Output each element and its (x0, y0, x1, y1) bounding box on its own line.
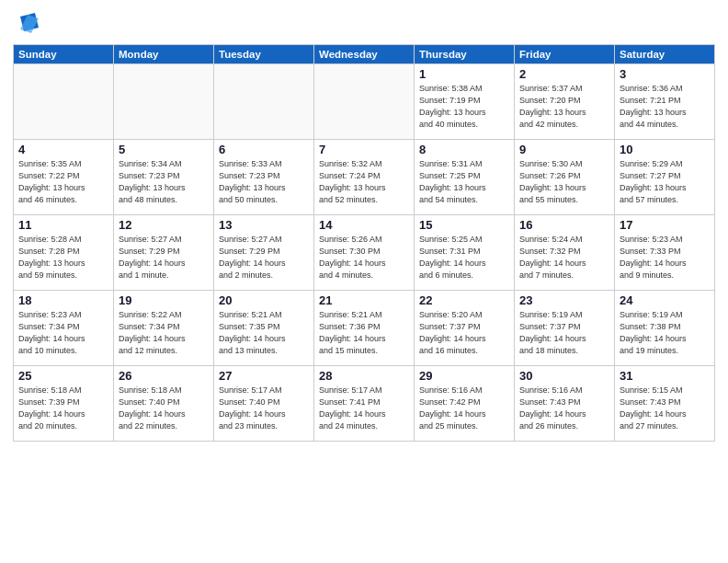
calendar-cell: 26Sunrise: 5:18 AM Sunset: 7:40 PM Dayli… (114, 366, 214, 442)
day-number: 25 (18, 369, 108, 383)
day-number: 21 (319, 293, 409, 307)
calendar-cell: 14Sunrise: 5:26 AM Sunset: 7:30 PM Dayli… (314, 215, 415, 291)
logo-icon (13, 9, 42, 39)
day-info: Sunrise: 5:17 AM Sunset: 7:41 PM Dayligh… (319, 385, 409, 432)
day-number: 2 (519, 67, 609, 81)
day-info: Sunrise: 5:30 AM Sunset: 7:26 PM Dayligh… (519, 158, 609, 206)
day-info: Sunrise: 5:24 AM Sunset: 7:32 PM Dayligh… (519, 234, 609, 282)
day-number: 14 (319, 218, 409, 232)
calendar-cell (314, 64, 415, 140)
day-number: 28 (319, 369, 409, 383)
calendar-cell: 23Sunrise: 5:19 AM Sunset: 7:37 PM Dayli… (515, 291, 615, 366)
calendar-cell: 12Sunrise: 5:27 AM Sunset: 7:29 PM Dayli… (114, 215, 214, 291)
logo (13, 9, 46, 39)
day-info: Sunrise: 5:17 AM Sunset: 7:40 PM Dayligh… (219, 385, 309, 432)
calendar-cell: 10Sunrise: 5:29 AM Sunset: 7:27 PM Dayli… (615, 140, 715, 215)
day-info: Sunrise: 5:16 AM Sunset: 7:42 PM Dayligh… (419, 385, 509, 432)
day-info: Sunrise: 5:21 AM Sunset: 7:35 PM Dayligh… (219, 309, 309, 357)
calendar-cell (214, 64, 314, 140)
calendar-week-row: 25Sunrise: 5:18 AM Sunset: 7:39 PM Dayli… (14, 366, 715, 442)
page: SundayMondayTuesdayWednesdayThursdayFrid… (0, 0, 728, 563)
calendar-cell: 21Sunrise: 5:21 AM Sunset: 7:36 PM Dayli… (314, 291, 415, 366)
calendar-cell: 2Sunrise: 5:37 AM Sunset: 7:20 PM Daylig… (515, 64, 615, 140)
day-info: Sunrise: 5:15 AM Sunset: 7:43 PM Dayligh… (620, 385, 710, 432)
day-number: 24 (620, 293, 710, 307)
day-info: Sunrise: 5:32 AM Sunset: 7:24 PM Dayligh… (319, 158, 409, 206)
day-info: Sunrise: 5:27 AM Sunset: 7:29 PM Dayligh… (119, 234, 209, 282)
day-number: 6 (219, 143, 309, 156)
day-info: Sunrise: 5:25 AM Sunset: 7:31 PM Dayligh… (419, 234, 509, 282)
day-number: 20 (219, 293, 309, 307)
weekday-header-monday: Monday (114, 45, 214, 64)
calendar-cell: 8Sunrise: 5:31 AM Sunset: 7:25 PM Daylig… (415, 140, 515, 215)
weekday-header-saturday: Saturday (615, 45, 715, 64)
calendar-cell: 15Sunrise: 5:25 AM Sunset: 7:31 PM Dayli… (415, 215, 515, 291)
weekday-header-thursday: Thursday (415, 45, 515, 64)
day-info: Sunrise: 5:18 AM Sunset: 7:39 PM Dayligh… (18, 385, 108, 432)
calendar-cell: 29Sunrise: 5:16 AM Sunset: 7:42 PM Dayli… (415, 366, 515, 442)
calendar-week-row: 4Sunrise: 5:35 AM Sunset: 7:22 PM Daylig… (14, 140, 715, 215)
calendar-cell: 24Sunrise: 5:19 AM Sunset: 7:38 PM Dayli… (615, 291, 715, 366)
header (13, 9, 715, 39)
weekday-header-sunday: Sunday (14, 45, 114, 64)
day-info: Sunrise: 5:37 AM Sunset: 7:20 PM Dayligh… (519, 83, 609, 131)
day-number: 12 (119, 218, 209, 232)
calendar-cell: 28Sunrise: 5:17 AM Sunset: 7:41 PM Dayli… (314, 366, 415, 442)
calendar-cell: 27Sunrise: 5:17 AM Sunset: 7:40 PM Dayli… (214, 366, 314, 442)
calendar-cell: 17Sunrise: 5:23 AM Sunset: 7:33 PM Dayli… (615, 215, 715, 291)
day-info: Sunrise: 5:35 AM Sunset: 7:22 PM Dayligh… (18, 158, 108, 206)
calendar-cell: 22Sunrise: 5:20 AM Sunset: 7:37 PM Dayli… (415, 291, 515, 366)
calendar-cell: 5Sunrise: 5:34 AM Sunset: 7:23 PM Daylig… (114, 140, 214, 215)
calendar-cell: 13Sunrise: 5:27 AM Sunset: 7:29 PM Dayli… (214, 215, 314, 291)
day-number: 7 (319, 143, 409, 156)
calendar-cell: 9Sunrise: 5:30 AM Sunset: 7:26 PM Daylig… (515, 140, 615, 215)
day-info: Sunrise: 5:34 AM Sunset: 7:23 PM Dayligh… (119, 158, 209, 206)
calendar-cell: 16Sunrise: 5:24 AM Sunset: 7:32 PM Dayli… (515, 215, 615, 291)
day-info: Sunrise: 5:27 AM Sunset: 7:29 PM Dayligh… (219, 234, 309, 282)
day-info: Sunrise: 5:23 AM Sunset: 7:33 PM Dayligh… (620, 234, 710, 282)
day-number: 4 (18, 143, 108, 156)
day-info: Sunrise: 5:33 AM Sunset: 7:23 PM Dayligh… (219, 158, 309, 206)
day-info: Sunrise: 5:16 AM Sunset: 7:43 PM Dayligh… (519, 385, 609, 432)
calendar-cell: 1Sunrise: 5:38 AM Sunset: 7:19 PM Daylig… (415, 64, 515, 140)
day-number: 26 (119, 369, 209, 383)
calendar-cell: 6Sunrise: 5:33 AM Sunset: 7:23 PM Daylig… (214, 140, 314, 215)
calendar-table: SundayMondayTuesdayWednesdayThursdayFrid… (13, 44, 715, 442)
calendar-cell (14, 64, 114, 140)
day-info: Sunrise: 5:36 AM Sunset: 7:21 PM Dayligh… (620, 83, 710, 131)
calendar-week-row: 11Sunrise: 5:28 AM Sunset: 7:28 PM Dayli… (14, 215, 715, 291)
weekday-header-wednesday: Wednesday (314, 45, 415, 64)
day-number: 31 (620, 369, 710, 383)
day-info: Sunrise: 5:28 AM Sunset: 7:28 PM Dayligh… (18, 234, 108, 282)
day-number: 1 (419, 67, 509, 81)
day-info: Sunrise: 5:22 AM Sunset: 7:34 PM Dayligh… (119, 309, 209, 357)
calendar-week-row: 1Sunrise: 5:38 AM Sunset: 7:19 PM Daylig… (14, 64, 715, 140)
day-number: 18 (18, 293, 108, 307)
day-number: 3 (620, 67, 710, 81)
day-info: Sunrise: 5:20 AM Sunset: 7:37 PM Dayligh… (419, 309, 509, 357)
day-number: 10 (620, 143, 710, 156)
day-info: Sunrise: 5:19 AM Sunset: 7:37 PM Dayligh… (519, 309, 609, 357)
calendar-cell: 3Sunrise: 5:36 AM Sunset: 7:21 PM Daylig… (615, 64, 715, 140)
day-info: Sunrise: 5:31 AM Sunset: 7:25 PM Dayligh… (419, 158, 509, 206)
calendar-cell: 31Sunrise: 5:15 AM Sunset: 7:43 PM Dayli… (615, 366, 715, 442)
day-info: Sunrise: 5:19 AM Sunset: 7:38 PM Dayligh… (620, 309, 710, 357)
day-number: 17 (620, 218, 710, 232)
day-info: Sunrise: 5:23 AM Sunset: 7:34 PM Dayligh… (18, 309, 108, 357)
day-info: Sunrise: 5:18 AM Sunset: 7:40 PM Dayligh… (119, 385, 209, 432)
day-info: Sunrise: 5:21 AM Sunset: 7:36 PM Dayligh… (319, 309, 409, 357)
calendar-week-row: 18Sunrise: 5:23 AM Sunset: 7:34 PM Dayli… (14, 291, 715, 366)
day-number: 15 (419, 218, 509, 232)
day-info: Sunrise: 5:38 AM Sunset: 7:19 PM Dayligh… (419, 83, 509, 131)
day-number: 23 (519, 293, 609, 307)
day-number: 8 (419, 143, 509, 156)
calendar-cell: 4Sunrise: 5:35 AM Sunset: 7:22 PM Daylig… (14, 140, 114, 215)
day-number: 27 (219, 369, 309, 383)
day-number: 22 (419, 293, 509, 307)
day-number: 13 (219, 218, 309, 232)
weekday-header-friday: Friday (515, 45, 615, 64)
weekday-header-row: SundayMondayTuesdayWednesdayThursdayFrid… (14, 45, 715, 64)
day-number: 9 (519, 143, 609, 156)
day-number: 29 (419, 369, 509, 383)
day-number: 30 (519, 369, 609, 383)
